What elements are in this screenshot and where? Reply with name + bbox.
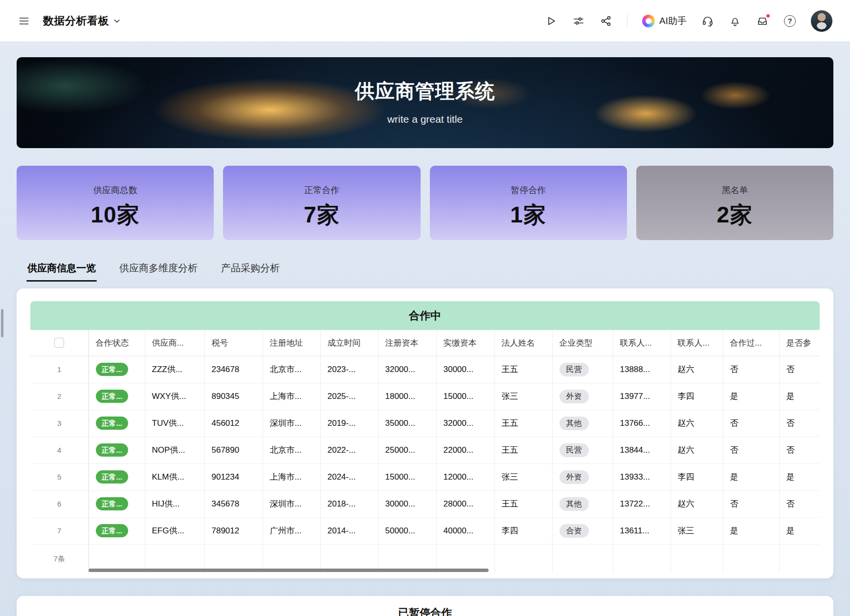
stat-card-blacklist[interactable]: 黑名单 2家 <box>636 166 833 240</box>
cell-reg-capital: 50000... <box>378 517 436 544</box>
cell-contact-name: 赵六 <box>671 356 723 383</box>
inbox-icon[interactable] <box>756 15 769 27</box>
dashboard-title-dropdown[interactable]: 数据分析看板 <box>43 14 121 28</box>
cell-tax-no: 345678 <box>204 490 263 517</box>
play-button[interactable] <box>545 15 558 27</box>
col-header-reg-capital[interactable]: 注册资本 <box>378 330 436 356</box>
cell-company-type: 民营 <box>552 437 613 463</box>
cell-company-type: 合资 <box>552 517 613 544</box>
cell-legal-person: 李四 <box>494 517 552 544</box>
cooperating-suppliers-panel: 合作中 合作状态 供应商... 税号 注册地址 成立时间 <box>17 288 833 578</box>
table-row[interactable]: 6 正常... HIJ供... 345678 深圳市... 2018-... 3… <box>30 490 820 517</box>
user-avatar[interactable] <box>811 10 832 32</box>
stat-value: 7家 <box>304 200 340 230</box>
stat-card-normal-cooperation[interactable]: 正常合作 7家 <box>223 166 420 240</box>
hamburger-menu-icon[interactable] <box>17 14 31 28</box>
cell-participate: 否 <box>779 490 820 517</box>
row-index: 6 <box>30 490 89 517</box>
cell-coop-history: 否 <box>723 410 779 437</box>
tab-product-procurement[interactable]: 产品采购分析 <box>221 262 280 282</box>
cell-tax-no: 890345 <box>204 383 263 410</box>
table-row[interactable]: 5 正常... KLM供... 901234 上海市... 2024-... 1… <box>30 463 820 490</box>
table-row[interactable]: 1 正常... ZZZ供... 234678 北京市... 2023-... 3… <box>30 356 820 383</box>
ai-assistant-button[interactable]: AI助手 <box>642 15 687 27</box>
hero-subtitle: write a great title <box>387 113 463 125</box>
stat-card-suspended-cooperation[interactable]: 暂停合作 1家 <box>430 166 627 240</box>
company-type-badge: 其他 <box>559 417 589 430</box>
stat-cards-row: 供应商总数 10家 正常合作 7家 暂停合作 1家 黑名单 2家 <box>17 166 833 240</box>
settings-sliders-icon[interactable] <box>572 15 585 27</box>
group-header-suspended: 已暂停合作 <box>30 606 820 616</box>
col-header-supplier[interactable]: 供应商... <box>145 330 204 356</box>
cell-legal-person: 王五 <box>494 410 552 437</box>
cell-coop-history: 否 <box>723 437 779 463</box>
tab-supplier-multidimension[interactable]: 供应商多维度分析 <box>119 262 198 282</box>
col-header-paid-capital[interactable]: 实缴资本 <box>436 330 494 356</box>
cell-tax-no: 456012 <box>204 410 263 437</box>
cell-tax-no: 567890 <box>204 437 263 463</box>
status-badge: 正常... <box>96 497 129 510</box>
notification-bell-icon[interactable] <box>729 15 741 27</box>
company-type-badge: 民营 <box>559 443 589 457</box>
cell-tax-no: 901234 <box>204 463 263 490</box>
col-header-tax-no[interactable]: 税号 <box>204 330 263 356</box>
cell-supplier: KLM供... <box>145 463 204 490</box>
cell-tax-no: 789012 <box>204 517 263 544</box>
cell-legal-person: 张三 <box>494 463 552 490</box>
col-header-contact-name[interactable]: 联系人... <box>671 330 723 356</box>
help-icon[interactable]: ? <box>783 15 796 27</box>
tab-supplier-overview[interactable]: 供应商信息一览 <box>27 262 96 282</box>
share-icon[interactable] <box>600 15 612 27</box>
col-header-legal-person[interactable]: 法人姓名 <box>494 330 552 356</box>
main-content: 供应商管理系统 write a great title 供应商总数 10家 正常… <box>0 42 850 616</box>
cell-contact-name: 赵六 <box>671 437 723 463</box>
cell-status: 正常... <box>89 383 145 410</box>
col-header-founded[interactable]: 成立时间 <box>320 330 378 356</box>
cell-participate: 是 <box>779 517 820 544</box>
stat-label: 黑名单 <box>721 184 748 196</box>
headset-support-icon[interactable] <box>701 15 714 27</box>
stat-card-total-suppliers[interactable]: 供应商总数 10家 <box>17 166 214 240</box>
table-horizontal-scrollbar[interactable] <box>89 569 489 572</box>
col-header-address[interactable]: 注册地址 <box>263 330 320 356</box>
table-header-row: 合作状态 供应商... 税号 注册地址 成立时间 注册资本 实缴资本 法人姓名 … <box>30 330 820 356</box>
col-header-contact-phone[interactable]: 联系人... <box>613 330 671 356</box>
cell-address: 广州市... <box>263 517 320 544</box>
toolbar-divider <box>627 15 627 27</box>
col-header-participate[interactable]: 是否参 <box>779 330 820 356</box>
cell-reg-capital: 35000... <box>378 410 436 437</box>
table-row[interactable]: 3 正常... TUV供... 456012 深圳市... 2019-... 3… <box>30 410 820 437</box>
col-header-status[interactable]: 合作状态 <box>89 330 145 356</box>
table-row[interactable]: 2 正常... WXY供... 890345 上海市... 2025-... 1… <box>30 383 820 410</box>
cell-participate: 否 <box>779 410 820 437</box>
stat-value: 1家 <box>510 200 546 230</box>
table-row[interactable]: 4 正常... NOP供... 567890 北京市... 2022-... 2… <box>30 437 820 463</box>
cell-coop-history: 否 <box>723 356 779 383</box>
col-header-coop-history[interactable]: 合作过... <box>723 330 779 356</box>
company-type-badge: 其他 <box>559 497 589 511</box>
company-type-badge: 合资 <box>559 524 589 538</box>
hero-title: 供应商管理系统 <box>355 78 495 105</box>
cell-address: 北京市... <box>263 356 320 383</box>
inbox-unread-dot <box>766 14 770 18</box>
suppliers-table: 合作状态 供应商... 税号 注册地址 成立时间 注册资本 实缴资本 法人姓名 … <box>30 330 820 573</box>
suppliers-tbody: 1 正常... ZZZ供... 234678 北京市... 2023-... 3… <box>30 356 820 544</box>
cell-status: 正常... <box>89 356 145 383</box>
cell-company-type: 其他 <box>552 410 613 437</box>
cell-supplier: HIJ供... <box>145 490 204 517</box>
select-all-checkbox[interactable] <box>54 338 64 348</box>
cell-company-type: 外资 <box>552 383 613 410</box>
cell-participate: 否 <box>779 356 820 383</box>
cell-reg-capital: 32000... <box>378 356 436 383</box>
status-badge: 正常... <box>96 443 129 457</box>
cell-paid-capital: 30000... <box>436 356 494 383</box>
table-row[interactable]: 7 正常... EFG供... 789012 广州市... 2014-... 5… <box>30 517 820 544</box>
row-index: 5 <box>30 463 89 490</box>
row-index: 2 <box>30 383 89 410</box>
cell-address: 北京市... <box>263 437 320 463</box>
suspended-suppliers-panel: 已暂停合作 <box>17 596 833 616</box>
cell-contact-name: 赵六 <box>671 410 723 437</box>
company-type-badge: 民营 <box>559 363 589 376</box>
col-header-company-type[interactable]: 企业类型 <box>552 330 613 356</box>
page-scrollbar[interactable] <box>1 309 3 337</box>
